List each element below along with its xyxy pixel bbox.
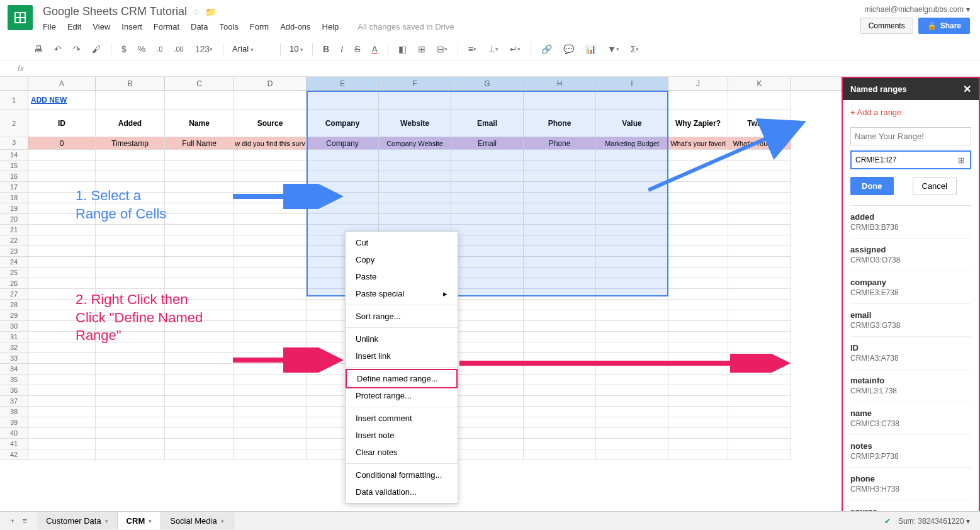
range-name-input[interactable] (850, 127, 971, 145)
col-header-c[interactable]: C (165, 77, 234, 90)
menu-data[interactable]: Data (191, 22, 208, 31)
ctx-clear-notes[interactable]: Clear notes (346, 444, 458, 461)
all-sheets-icon[interactable]: ≡ (23, 516, 28, 526)
document-title[interactable]: Google Sheets CRM Tutorial (43, 5, 187, 18)
valign-icon[interactable]: ⊥ (484, 42, 502, 57)
grid-select-icon[interactable]: ⊞ (954, 155, 969, 165)
merge-icon[interactable]: ⊟ (433, 42, 451, 57)
header-email[interactable]: Email (451, 110, 524, 137)
col-header-a[interactable]: A (28, 77, 96, 90)
number-format-dropdown[interactable]: 123 (191, 42, 217, 57)
bold-icon[interactable]: B (319, 42, 333, 57)
named-range-item[interactable]: emailCRM!G3:G738 (850, 304, 971, 337)
add-range-link[interactable]: + Add a range (850, 108, 971, 117)
menu-tools[interactable]: Tools (219, 22, 238, 31)
menu-help[interactable]: Help (322, 22, 339, 31)
row-header[interactable]: 24 (0, 257, 28, 268)
ctx-cut[interactable]: Cut (346, 234, 458, 251)
redo-icon[interactable]: ↷ (69, 42, 84, 57)
sum-display[interactable]: Sum: 38243461220 ▾ (898, 517, 970, 526)
row-header[interactable]: 15 (0, 161, 28, 171)
row-header[interactable]: 19 (0, 203, 28, 214)
filter-icon[interactable]: ▼ (604, 42, 623, 57)
header-name[interactable]: Name (165, 110, 234, 137)
share-button[interactable]: 🔒Share (918, 18, 970, 34)
menu-format[interactable]: Format (154, 22, 179, 31)
row-header[interactable]: 16 (0, 171, 28, 182)
close-icon[interactable]: ✕ (963, 83, 971, 95)
named-range-item[interactable]: nameCRM!C3:C738 (850, 402, 971, 435)
percent-button[interactable]: % (134, 42, 149, 57)
wrap-icon[interactable]: ↵ (506, 42, 524, 57)
header-id[interactable]: ID (28, 110, 96, 137)
row-header[interactable]: 21 (0, 225, 28, 235)
col-header-j[interactable]: J (668, 77, 728, 90)
col-header-f[interactable]: F (379, 77, 451, 90)
row-header[interactable]: 37 (0, 396, 28, 407)
row-header[interactable]: 33 (0, 353, 28, 364)
menu-edit[interactable]: Edit (67, 22, 81, 31)
header-added[interactable]: Added (96, 110, 165, 137)
menu-file[interactable]: File (43, 22, 56, 31)
range-ref-input[interactable] (853, 153, 954, 167)
undo-icon[interactable]: ↶ (50, 42, 65, 57)
fill-color-icon[interactable]: ◧ (395, 42, 410, 57)
menu-form[interactable]: Form (250, 22, 269, 31)
named-range-item[interactable]: sourceCRM!D3:D738 (850, 500, 971, 511)
col-header-e[interactable]: E (307, 77, 379, 90)
ctx-sort-range-[interactable]: Sort range... (346, 308, 458, 325)
row-header[interactable]: 41 (0, 439, 28, 449)
halign-icon[interactable]: ≡ (465, 42, 480, 57)
user-email[interactable]: michael@michaelgrubbs.com ▾ (864, 5, 970, 14)
ctx-conditional-formatting-[interactable]: Conditional formatting... (346, 466, 458, 483)
formula-bar[interactable]: fx (0, 60, 980, 77)
ctx-protect-range-[interactable]: Protect range... (346, 387, 458, 404)
spreadsheet-grid[interactable]: A B C D E F G H I J K 123141516171819202… (0, 77, 842, 512)
ctx-paste[interactable]: Paste (346, 268, 458, 285)
add-new-link[interactable]: ADD NEW (31, 96, 67, 104)
font-size-dropdown[interactable]: 10 (287, 44, 306, 54)
comments-button[interactable]: Comments (860, 18, 913, 34)
ctx-data-validation-[interactable]: Data validation... (346, 483, 458, 500)
col-header-h[interactable]: H (524, 77, 596, 90)
increase-decimal-button[interactable]: .00 (170, 43, 187, 55)
row-header[interactable]: 31 (0, 332, 28, 342)
named-range-item[interactable]: addedCRM!B3:B738 (850, 206, 971, 239)
link-icon[interactable]: 🔗 (538, 42, 556, 57)
header-source[interactable]: Source (234, 110, 307, 137)
currency-button[interactable]: $ (118, 42, 130, 57)
named-range-item[interactable]: IDCRM!A3:A738 (850, 337, 971, 369)
strikethrough-icon[interactable]: S (351, 42, 364, 57)
row-header[interactable]: 28 (0, 300, 28, 310)
col-header-d[interactable]: D (234, 77, 307, 90)
named-range-item[interactable]: notesCRM!P3:P738 (850, 435, 971, 468)
named-range-item[interactable]: metainfoCRM!L3:L738 (850, 369, 971, 402)
row-header[interactable]: 26 (0, 278, 28, 289)
row-header[interactable]: 14 (0, 150, 28, 161)
row-header[interactable]: 40 (0, 428, 28, 439)
col-header-i[interactable]: I (596, 77, 668, 90)
functions-icon[interactable]: Σ (627, 42, 643, 57)
row-header[interactable]: 27 (0, 289, 28, 300)
row-header[interactable]: 29 (0, 310, 28, 321)
row-header[interactable]: 38 (0, 407, 28, 417)
ctx-insert-link[interactable]: Insert link (346, 347, 458, 364)
ctx-unlink[interactable]: Unlink (346, 330, 458, 347)
row-header[interactable]: 36 (0, 385, 28, 396)
row-header[interactable]: 30 (0, 321, 28, 332)
header-phone[interactable]: Phone (524, 110, 596, 137)
row-header[interactable]: 34 (0, 364, 28, 375)
named-range-item[interactable]: assignedCRM!O3:O738 (850, 239, 971, 271)
header-website[interactable]: Website (379, 110, 451, 137)
done-button[interactable]: Done (850, 177, 894, 195)
row-header[interactable]: 23 (0, 246, 28, 257)
font-dropdown[interactable]: Arial (230, 44, 274, 54)
ctx-define-named-range-[interactable]: Define named range... (346, 369, 458, 388)
row-header[interactable]: 42 (0, 449, 28, 460)
chart-icon[interactable]: 📊 (582, 42, 600, 57)
row-header[interactable]: 17 (0, 182, 28, 193)
col-header-k[interactable]: K (728, 77, 791, 90)
row-header[interactable]: 32 (0, 342, 28, 353)
ctx-paste-special[interactable]: Paste special▸ (346, 285, 458, 302)
print-icon[interactable]: 🖶 (30, 42, 47, 57)
